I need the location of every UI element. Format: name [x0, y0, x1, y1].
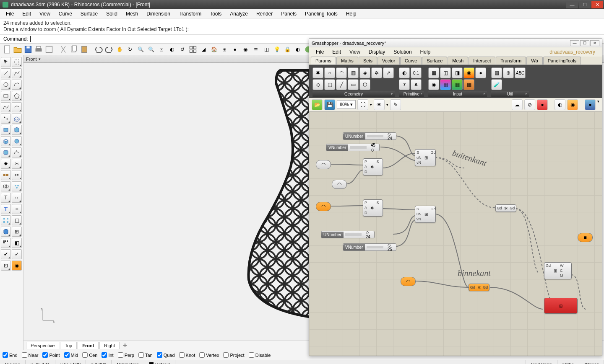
geom-mesh-icon[interactable]: ✲: [371, 67, 382, 78]
set-view-icon[interactable]: 🏠: [209, 45, 219, 54]
prim-number-icon[interactable]: 7: [399, 79, 410, 90]
gh-node-divide-2[interactable]: SuNvN⊞Gd: [415, 206, 436, 223]
menu-surface[interactable]: Surface: [77, 10, 101, 18]
minimize-button[interactable]: —: [566, 1, 578, 8]
gh-zoomext-icon[interactable]: ⛶: [357, 99, 368, 110]
render-icon[interactable]: ◉: [241, 45, 250, 54]
add-view-tab[interactable]: ✚: [120, 342, 130, 349]
geom-brep-icon[interactable]: ◈: [359, 67, 370, 78]
menu-file[interactable]: File: [3, 10, 17, 18]
status-gridsnap[interactable]: Grid Snap: [526, 360, 557, 364]
gh-menu-solution[interactable]: Solution: [390, 48, 415, 56]
4view-icon[interactable]: [188, 45, 198, 54]
geom-point-icon[interactable]: ✖: [312, 67, 323, 78]
gh-param-output-1[interactable]: ■: [578, 233, 593, 242]
zoom-extents-icon[interactable]: ⊡: [157, 45, 166, 54]
status-planar[interactable]: Planar: [579, 360, 604, 364]
zoom-prev-icon[interactable]: ◐: [167, 45, 177, 54]
ghtab-panelingtools[interactable]: PanelingTools: [543, 57, 581, 65]
analyze-tool[interactable]: ✔: [1, 249, 11, 259]
ghtab-vector[interactable]: Vector: [378, 57, 400, 65]
osnap-perp[interactable]: Perp: [118, 352, 134, 358]
split-tool[interactable]: ✂: [12, 170, 22, 180]
status-units[interactable]: Millimeters: [112, 360, 144, 364]
status-ortho[interactable]: Ortho: [557, 360, 580, 364]
unroll-tool[interactable]: ◫: [12, 215, 22, 225]
geom-box-icon[interactable]: ◫: [324, 79, 335, 90]
new-file-icon[interactable]: [3, 45, 12, 54]
circle-tool[interactable]: [1, 80, 11, 90]
ghtab-intersect[interactable]: Intersect: [469, 57, 495, 65]
annotate-tool[interactable]: T: [1, 204, 11, 214]
undo-icon[interactable]: [94, 45, 103, 54]
input-toggle-icon[interactable]: ◨: [452, 67, 463, 78]
tab-front[interactable]: Front: [78, 342, 99, 349]
solid-tool[interactable]: [12, 136, 22, 146]
prim-integer-icon[interactable]: 0.1: [411, 67, 422, 78]
gh-param-surface-2[interactable]: ◠: [332, 180, 347, 189]
osnap-mid[interactable]: Mid: [64, 352, 78, 358]
interpcurve-tool[interactable]: [12, 102, 22, 112]
explode-tool[interactable]: ✸: [1, 159, 11, 169]
osnap-project[interactable]: Project: [223, 352, 244, 358]
gh-preview-icon[interactable]: 👁: [374, 99, 385, 110]
tab-right[interactable]: Right: [99, 342, 120, 349]
gh-enable-icon[interactable]: ●: [537, 99, 548, 110]
join-tool[interactable]: [1, 170, 11, 180]
menu-solid[interactable]: Solid: [103, 10, 121, 18]
input-gradient-icon[interactable]: ◉: [463, 67, 474, 78]
gh-wire2-icon[interactable]: ◉: [567, 99, 578, 110]
input-panel-icon[interactable]: ▦: [428, 67, 439, 78]
gh-node-weave[interactable]: Gd⊞WCM: [544, 262, 572, 279]
render-tool[interactable]: ◉: [12, 261, 22, 271]
gh-save-icon[interactable]: 💾: [324, 99, 335, 110]
layout-tool[interactable]: ≡: [12, 204, 22, 214]
cplanes-icon[interactable]: ◢: [199, 45, 208, 54]
curve-tool[interactable]: [1, 102, 11, 112]
tab-perspective[interactable]: Perspective: [26, 342, 59, 349]
shade-icon[interactable]: ●: [230, 45, 240, 54]
gh-maximize-button[interactable]: ☐: [580, 40, 589, 46]
menu-render[interactable]: Render: [253, 10, 276, 18]
geom-vector-icon[interactable]: ↗: [383, 67, 394, 78]
gh-close-button[interactable]: ✕: [590, 40, 599, 46]
menu-edit[interactable]: Edit: [19, 10, 34, 18]
surface2-tool[interactable]: [12, 125, 22, 135]
gh-menu-help[interactable]: Help: [417, 48, 434, 56]
input-colourpicker-icon[interactable]: ▦: [440, 79, 451, 90]
menu-analyze[interactable]: Analyze: [226, 10, 251, 18]
ghtab-wb[interactable]: Wb: [526, 57, 543, 65]
flow-tool[interactable]: ⊞: [12, 227, 22, 237]
gh-node-divide-1[interactable]: SuNvN⊞Gd: [415, 149, 436, 166]
check-tool[interactable]: ✓: [12, 249, 22, 259]
gh-node-error[interactable]: ⊞: [544, 298, 578, 314]
osnap-vertex[interactable]: Vertex: [199, 352, 219, 358]
box-tool[interactable]: [1, 136, 11, 146]
util-dam-icon[interactable]: 🧪: [491, 79, 502, 90]
close-button[interactable]: ✕: [591, 1, 603, 8]
zoom-window-icon[interactable]: 🔍: [146, 45, 156, 54]
osnap-quad[interactable]: Quad: [157, 352, 175, 358]
gh-menu-view[interactable]: View: [346, 48, 364, 56]
print-icon[interactable]: [34, 45, 43, 54]
geom-line-icon[interactable]: ╱: [336, 79, 347, 90]
menu-mesh[interactable]: Mesh: [122, 10, 141, 18]
line-tool[interactable]: [1, 68, 11, 78]
rectangle-tool[interactable]: [1, 91, 11, 101]
menu-transform[interactable]: Transform: [175, 10, 205, 18]
input-image-icon[interactable]: ▦: [463, 79, 474, 90]
maximize-button[interactable]: ☐: [579, 1, 591, 8]
osnap-int[interactable]: Int: [102, 352, 113, 358]
gh-node-domain-2[interactable]: PAD✲S: [363, 199, 383, 217]
input-slider-icon[interactable]: ◫: [440, 67, 451, 78]
ghtab-curve[interactable]: Curve: [400, 57, 422, 65]
osnap-disable[interactable]: Disable: [249, 352, 271, 358]
wireframe-icon[interactable]: ⊞: [220, 45, 229, 54]
array-tool[interactable]: [1, 215, 11, 225]
undo-view-icon[interactable]: ↺: [178, 45, 187, 54]
trim-tool[interactable]: ✂: [12, 159, 22, 169]
gh-menu-file[interactable]: File: [312, 48, 327, 56]
geom-plane-icon[interactable]: ◇: [312, 79, 323, 90]
redo-icon[interactable]: [104, 45, 114, 54]
gh-menu-display[interactable]: Display: [365, 48, 388, 56]
